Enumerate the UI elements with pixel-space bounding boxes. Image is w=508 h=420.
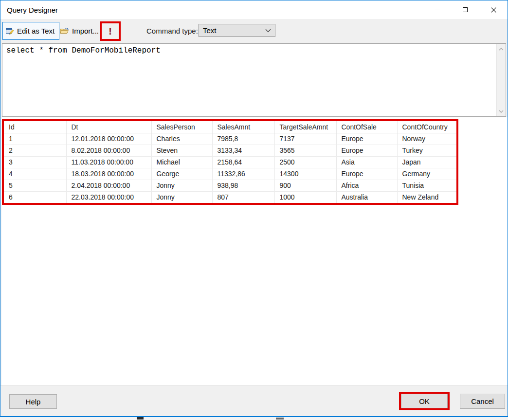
table-cell: Jonny bbox=[151, 191, 212, 203]
table-cell: 7985,8 bbox=[212, 133, 274, 145]
desktop-sliver bbox=[0, 417, 508, 420]
table-cell: 11.03.2018 00:00:00 bbox=[66, 156, 151, 168]
toolbar: Edit as Text Import... ! Command type: T… bbox=[0, 19, 508, 42]
table-cell: New Zeland bbox=[397, 191, 456, 203]
table-cell: Germany bbox=[397, 168, 456, 180]
table-cell: 12.01.2018 00:00:00 bbox=[66, 133, 151, 145]
table-cell: Asia bbox=[336, 156, 397, 168]
table-cell: 2158,64 bbox=[212, 156, 274, 168]
command-type-value: Text bbox=[203, 26, 217, 35]
table-cell: George bbox=[151, 168, 212, 180]
table-cell: 900 bbox=[274, 180, 336, 191]
column-header[interactable]: Dt bbox=[66, 121, 151, 133]
cancel-button[interactable]: Cancel bbox=[460, 394, 505, 409]
table-row[interactable]: 28.02.2018 00:00:00Steven3133,343565Euro… bbox=[4, 145, 456, 156]
table-cell: Norway bbox=[397, 133, 456, 145]
table-row[interactable]: 418.03.2018 00:00:00George11332,8614300E… bbox=[4, 168, 456, 180]
table-cell: Jonny bbox=[151, 180, 212, 191]
table-cell: 1000 bbox=[274, 191, 336, 203]
chevron-down-icon bbox=[499, 110, 504, 113]
table-cell: 807 bbox=[212, 191, 274, 203]
table-cell: Japan bbox=[397, 156, 456, 168]
table-cell: 938,98 bbox=[212, 180, 274, 191]
footer: Help OK Cancel bbox=[0, 385, 508, 416]
table-cell: 2.04.2018 00:00:00 bbox=[66, 180, 151, 191]
table-cell: Charles bbox=[151, 133, 212, 145]
column-header[interactable]: SalesAmnt bbox=[212, 121, 274, 133]
results-area: IdDtSalesPersonSalesAmntTargetSaleAmntCo… bbox=[1, 117, 508, 387]
scroll-down-button[interactable] bbox=[497, 107, 505, 115]
help-button[interactable]: Help bbox=[9, 394, 57, 409]
execute-query-button[interactable]: ! bbox=[102, 23, 119, 39]
table-cell: 7137 bbox=[274, 133, 336, 145]
titlebar[interactable]: Query Designer bbox=[0, 0, 508, 19]
table-cell: 6 bbox=[4, 191, 66, 203]
column-header[interactable]: Id bbox=[4, 121, 66, 133]
table-cell: Turkey bbox=[397, 145, 456, 156]
table-cell: 3565 bbox=[274, 145, 336, 156]
table-cell: Europe bbox=[336, 168, 397, 180]
table-cell: 4 bbox=[4, 168, 66, 180]
minimize-button[interactable] bbox=[423, 0, 451, 19]
chevron-up-icon bbox=[499, 48, 504, 51]
table-cell: 18.03.2018 00:00:00 bbox=[66, 168, 151, 180]
table-row[interactable]: 622.03.2018 00:00:00Jonny8071000Australi… bbox=[4, 191, 456, 203]
command-type-select[interactable]: Text bbox=[199, 24, 275, 37]
table-row[interactable]: 311.03.2018 00:00:00Michael2158,642500As… bbox=[4, 156, 456, 168]
minimize-icon bbox=[435, 10, 440, 10]
column-header[interactable]: ContOfCountry bbox=[397, 121, 456, 133]
import-folder-icon bbox=[60, 27, 69, 35]
column-header[interactable]: SalesPerson bbox=[151, 121, 212, 133]
table-row[interactable]: 112.01.2018 00:00:00Charles7985,87137Eur… bbox=[4, 133, 456, 145]
query-designer-window: Query Designer bbox=[0, 0, 508, 417]
scroll-up-button[interactable] bbox=[497, 45, 505, 53]
table-cell: 11332,86 bbox=[212, 168, 274, 180]
table-cell: 5 bbox=[4, 180, 66, 191]
command-type-label: Command type: bbox=[146, 19, 198, 42]
sql-editor[interactable]: select * from DemoForMobileReport bbox=[2, 43, 506, 117]
table-cell: 14300 bbox=[274, 168, 336, 180]
close-icon bbox=[491, 7, 496, 13]
chevron-down-icon bbox=[265, 29, 271, 33]
maximize-button[interactable] bbox=[451, 0, 479, 19]
table-cell: 2 bbox=[4, 145, 66, 156]
ok-button[interactable]: OK bbox=[401, 394, 448, 408]
results-table: IdDtSalesPersonSalesAmntTargetSaleAmntCo… bbox=[4, 121, 456, 203]
import-label: Import... bbox=[72, 27, 99, 35]
table-cell: 1 bbox=[4, 133, 66, 145]
table-cell: Africa bbox=[336, 180, 397, 191]
window-controls bbox=[423, 0, 508, 19]
table-cell: Michael bbox=[151, 156, 212, 168]
taskbar-peek bbox=[137, 417, 144, 420]
close-button[interactable] bbox=[479, 0, 508, 19]
table-cell: Europe bbox=[336, 145, 397, 156]
execute-annotation-highlight: ! bbox=[100, 21, 121, 41]
edit-as-text-icon bbox=[6, 27, 14, 35]
maximize-icon bbox=[463, 7, 468, 12]
sql-query-text[interactable]: select * from DemoForMobileReport bbox=[6, 46, 494, 55]
window-title: Query Designer bbox=[7, 0, 58, 19]
edit-as-text-label: Edit as Text bbox=[17, 27, 54, 35]
table-cell: Steven bbox=[151, 145, 212, 156]
ok-annotation-highlight: OK bbox=[399, 392, 450, 410]
column-header[interactable]: ContOfSale bbox=[336, 121, 397, 133]
table-cell: Tunisia bbox=[397, 180, 456, 191]
table-row[interactable]: 52.04.2018 00:00:00Jonny938,98900AfricaT… bbox=[4, 180, 456, 191]
editor-scrollbar[interactable] bbox=[496, 44, 505, 116]
table-cell: 22.03.2018 00:00:00 bbox=[66, 191, 151, 203]
table-cell: 3133,34 bbox=[212, 145, 274, 156]
import-button[interactable]: Import... bbox=[57, 22, 103, 40]
table-cell: Australia bbox=[336, 191, 397, 203]
table-cell: Europe bbox=[336, 133, 397, 145]
table-cell: 2500 bbox=[274, 156, 336, 168]
column-header[interactable]: TargetSaleAmnt bbox=[274, 121, 336, 133]
exclamation-icon: ! bbox=[109, 26, 112, 36]
table-header-row: IdDtSalesPersonSalesAmntTargetSaleAmntCo… bbox=[4, 121, 456, 133]
table-cell: 8.02.2018 00:00:00 bbox=[66, 145, 151, 156]
taskbar-peek bbox=[276, 418, 284, 420]
results-annotation-highlight: IdDtSalesPersonSalesAmntTargetSaleAmntCo… bbox=[2, 119, 458, 205]
edit-as-text-button[interactable]: Edit as Text bbox=[2, 22, 59, 40]
table-cell: 3 bbox=[4, 156, 66, 168]
